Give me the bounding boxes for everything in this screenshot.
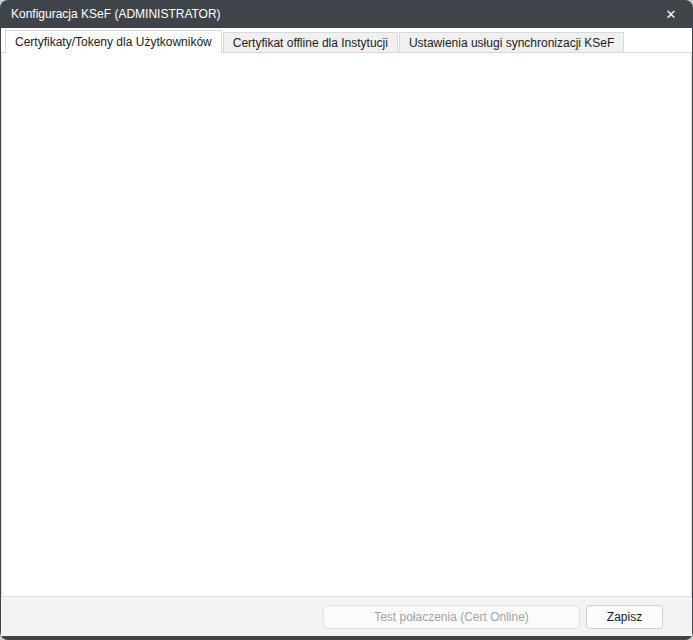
- tab-certyfikat-offline[interactable]: Certyfikat offline dla Instytucji: [223, 32, 398, 53]
- test-connection-button[interactable]: Test połaczenia (Cert Online): [323, 605, 580, 629]
- tab-strip: Certyfikaty/Tokeny dla Użytkowników Cert…: [5, 30, 625, 53]
- dialog-client-area: Certyfikaty/Tokeny dla Użytkowników Cert…: [1, 28, 692, 636]
- window-title: Konfiguracja KSeF (ADMINISTRATOR): [11, 7, 221, 21]
- tab-label: Certyfikat offline dla Instytucji: [233, 36, 388, 50]
- title-bar: Konfiguracja KSeF (ADMINISTRATOR): [0, 0, 693, 28]
- close-icon[interactable]: ✕: [649, 0, 693, 28]
- tab-ustawienia-synchronizacji[interactable]: Ustawienia usługi synchronizacji KSeF: [399, 32, 624, 53]
- save-button[interactable]: Zapisz: [586, 605, 663, 629]
- tab-label: Ustawienia usługi synchronizacji KSeF: [409, 36, 614, 50]
- tab-certyfikaty-tokeny[interactable]: Certyfikaty/Tokeny dla Użytkowników: [5, 30, 222, 53]
- tab-label: Certyfikaty/Tokeny dla Użytkowników: [15, 35, 212, 49]
- footer-bar: Test połaczenia (Cert Online) Zapisz: [1, 597, 692, 636]
- tab-page: [1, 52, 692, 597]
- dialog-window: Konfiguracja KSeF (ADMINISTRATOR) ✕ Cert…: [0, 0, 693, 640]
